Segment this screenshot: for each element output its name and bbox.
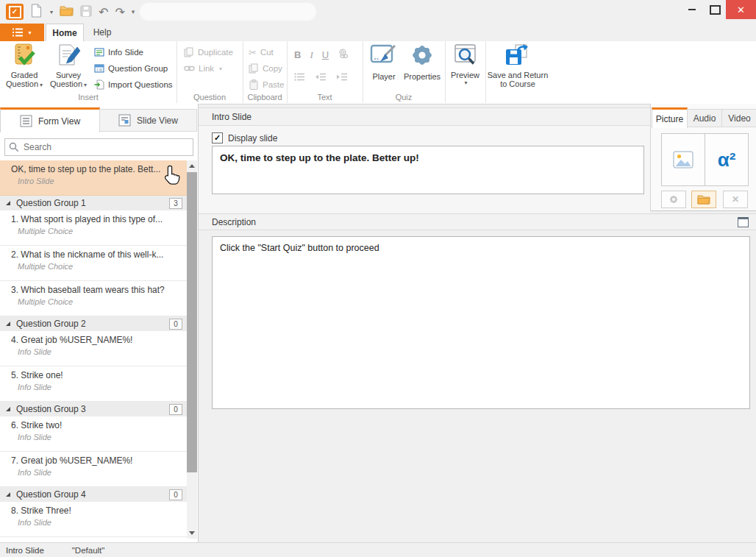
- ribbon-group-preview: Preview ▾: [445, 41, 486, 103]
- list-item-q4[interactable]: 4. Great job %USER_NAME%! Info Slide: [0, 331, 187, 366]
- equation-icon: α²: [718, 149, 736, 171]
- bullet-list-icon: [294, 72, 305, 82]
- description-text-field[interactable]: Click the "Start Quiz" button to proceed: [212, 236, 750, 409]
- tab-video[interactable]: Video: [721, 109, 756, 127]
- group-row-2[interactable]: Question Group 2 0: [0, 316, 187, 331]
- collapse-triangle-icon[interactable]: [6, 201, 10, 205]
- search-input[interactable]: [22, 141, 193, 153]
- maximize-button[interactable]: [704, 0, 726, 19]
- properties-icon: [409, 43, 435, 68]
- scroll-up-icon[interactable]: [189, 164, 195, 168]
- application-menu-button[interactable]: ▾: [0, 24, 44, 41]
- folder-icon: [697, 194, 710, 205]
- list-scrollbar[interactable]: [187, 160, 197, 539]
- info-slide-button[interactable]: Info Slide: [94, 45, 143, 60]
- display-slide-checkbox-row[interactable]: ✓ Display slide: [212, 132, 277, 143]
- tab-form-view[interactable]: Form View: [0, 107, 100, 132]
- collapse-triangle-icon[interactable]: [6, 322, 10, 326]
- tab-slide-view[interactable]: Slide View: [99, 109, 197, 132]
- status-theme: "Default": [72, 546, 105, 555]
- list-item-q7[interactable]: 7. Great job %USER_NAME%! Info Slide: [0, 452, 187, 487]
- new-document-icon[interactable]: [31, 4, 42, 20]
- hyperlink-button[interactable]: [338, 49, 349, 61]
- close-button[interactable]: ✕: [726, 0, 756, 19]
- copy-button[interactable]: Copy: [249, 61, 282, 76]
- list-item-q3[interactable]: 3. Which baseball team wears this hat? M…: [0, 281, 187, 316]
- group-row-3[interactable]: Question Group 3 0: [0, 402, 187, 416]
- customize-toolbar-icon[interactable]: ▾: [132, 8, 135, 15]
- display-slide-label: Display slide: [228, 133, 277, 143]
- preview-button[interactable]: Preview ▾: [446, 43, 484, 86]
- search-box[interactable]: [4, 138, 193, 156]
- ribbon-group-clipboard: ✂ Cut Copy Paste Clipboard: [243, 41, 288, 103]
- dropdown-caret-icon: ▾: [40, 82, 43, 88]
- duplicate-button[interactable]: Duplicate: [184, 45, 233, 60]
- expand-icon: [738, 217, 749, 227]
- checkmark-icon: ✓: [214, 133, 221, 142]
- add-equation-button[interactable]: α²: [705, 133, 749, 186]
- list-item-q9[interactable]: 9. Great job %USER_NAME%! Info Slide: [0, 537, 187, 539]
- maximize-icon: [710, 5, 721, 15]
- search-icon: [9, 142, 19, 152]
- group-row-1[interactable]: Question Group 1 3: [0, 196, 187, 210]
- paste-button[interactable]: Paste: [249, 77, 284, 92]
- quick-access-toolbar: ▾ ↶ ↷ ▾: [31, 3, 135, 21]
- increase-indent-icon: [336, 72, 348, 82]
- underline-button[interactable]: U: [322, 49, 329, 60]
- undo-icon[interactable]: ↶: [99, 5, 108, 19]
- save-and-return-icon: [504, 43, 532, 67]
- bold-button[interactable]: B: [294, 49, 301, 60]
- open-folder-icon[interactable]: [60, 5, 74, 18]
- intro-slide-panel: ✓ Display slide OK, time to step up to t…: [199, 126, 650, 213]
- graded-question-button[interactable]: Graded Question▾: [3, 43, 46, 90]
- import-questions-button[interactable]: Import Questions: [94, 77, 173, 92]
- gear-icon: [668, 194, 680, 205]
- picture-settings-button[interactable]: [661, 191, 686, 208]
- question-group-button[interactable]: Question Group: [94, 61, 168, 76]
- player-button[interactable]: Player: [365, 43, 402, 81]
- tab-audio[interactable]: Audio: [687, 109, 722, 127]
- scroll-down-icon[interactable]: [189, 531, 195, 535]
- display-slide-checkbox[interactable]: ✓: [212, 132, 223, 143]
- tab-home[interactable]: Home: [46, 24, 84, 42]
- ribbon: Graded Question▾ Survey Question▾ Info S…: [0, 41, 756, 104]
- new-document-caret-icon[interactable]: ▾: [50, 9, 53, 15]
- list-item-intro-slide[interactable]: OK, time to step up to the plate. Bett..…: [0, 160, 187, 196]
- increase-indent-button[interactable]: [336, 72, 348, 84]
- save-icon[interactable]: [80, 5, 92, 19]
- list-item-q1[interactable]: 1. What sport is played in this type of.…: [0, 210, 187, 246]
- survey-question-button[interactable]: Survey Question▾: [47, 43, 90, 90]
- browse-picture-button[interactable]: [691, 191, 716, 208]
- remove-picture-button[interactable]: ✕: [723, 191, 748, 208]
- picture-icon: [673, 151, 693, 168]
- minimize-button[interactable]: [680, 0, 704, 19]
- count-badge: 0: [169, 319, 182, 330]
- link-button[interactable]: Link ▾: [184, 61, 222, 76]
- cut-button[interactable]: ✂ Cut: [249, 45, 274, 60]
- tab-picture[interactable]: Picture: [652, 107, 688, 128]
- list-item-q2[interactable]: 2. What is the nickname of this well-k..…: [0, 246, 187, 281]
- group-row-4[interactable]: Question Group 4 0: [0, 487, 187, 502]
- list-item-q5[interactable]: 5. Strike one! Info Slide: [0, 366, 187, 402]
- expand-description-button[interactable]: [738, 217, 749, 227]
- redo-icon[interactable]: ↷: [115, 5, 124, 19]
- list-item-q6[interactable]: 6. Strike two! Info Slide: [0, 416, 187, 452]
- properties-button[interactable]: Properties: [401, 43, 443, 81]
- bullet-list-button[interactable]: [294, 72, 305, 84]
- question-group-icon: [94, 63, 104, 74]
- list-item-q8[interactable]: 8. Strike Three! Info Slide: [0, 502, 187, 537]
- collapse-triangle-icon[interactable]: [6, 407, 10, 411]
- collapse-triangle-icon[interactable]: [6, 492, 10, 497]
- add-picture-button[interactable]: [661, 133, 705, 186]
- tab-help[interactable]: Help: [82, 24, 122, 41]
- description-title: Description: [212, 217, 256, 227]
- intro-slide-text-field[interactable]: OK, time to step up to the plate. Better…: [212, 146, 644, 194]
- cut-icon: ✂: [249, 47, 257, 58]
- ribbon-group-insert: Graded Question▾ Survey Question▾ Info S…: [0, 41, 177, 103]
- save-and-return-button[interactable]: Save and Return to Course: [487, 43, 549, 88]
- scrollbar-thumb[interactable]: [187, 172, 197, 472]
- decrease-indent-button[interactable]: [315, 72, 327, 84]
- form-view-icon: [20, 115, 32, 127]
- title-bar: ✓ ▾ ↶ ↷ ▾ ✕: [0, 0, 756, 24]
- italic-button[interactable]: I: [310, 49, 313, 61]
